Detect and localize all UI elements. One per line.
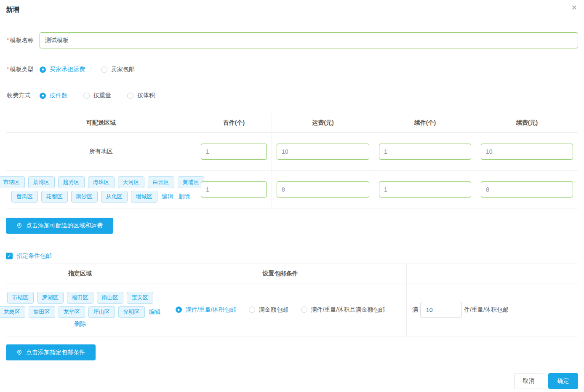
location-pin-icon	[16, 349, 22, 355]
tag-line: 番禺区 花都区 南沙区 从化区 增城区 编辑 删除	[10, 191, 193, 203]
radio-qty-and-amount-free[interactable]: 满件/重量/体积且满金额包邮	[301, 306, 385, 314]
close-icon[interactable]: ✕	[571, 4, 577, 11]
radio-seller-free-shipping[interactable]: 卖家包邮	[101, 66, 135, 73]
column-header-condition: 设置包邮条件	[154, 264, 407, 283]
threshold-suffix: 件/重量/体积包邮	[464, 306, 509, 314]
column-header-region: 可配送区域	[6, 113, 196, 132]
fee-cell	[272, 133, 374, 170]
free-shipping-condition-table: 指定区域 设置包邮条件 市辖区 罗湖区 福田区 南山区 宝安区 龙岗区 盐田区 …	[6, 264, 578, 336]
add-template-dialog: 新增 ✕ *模板名称 *模板类型 买家承担运费 卖家包邮 收费方式 按件数	[0, 0, 584, 392]
shipping-fee-table: 可配送区域 首件(个) 运费(元) 续件(个) 续费(元) 所有地区	[6, 113, 578, 208]
region-tag: 罗湖区	[37, 292, 64, 304]
delete-link[interactable]: 删除	[74, 320, 86, 328]
column-header-specified-region: 指定区域	[6, 264, 154, 283]
region-tag: 龙岗区	[0, 306, 25, 318]
region-tag: 市辖区	[7, 292, 34, 304]
region-tag: 盐田区	[29, 306, 55, 318]
region-tag: 白云区	[148, 176, 174, 188]
radio-by-volume[interactable]: 按体积	[127, 92, 155, 99]
next-qty-input[interactable]	[379, 181, 471, 197]
first-qty-cell	[196, 133, 272, 170]
confirm-button[interactable]: 确定	[548, 373, 578, 389]
radio-icon	[301, 307, 307, 313]
column-header-first-qty: 首件(个)	[196, 113, 272, 132]
region-tag: 番禺区	[11, 191, 38, 203]
region-tags-cell: 市辖区 荔湾区 越秀区 海珠区 天河区 白云区 黄埔区 番禺区 花都区 南沙区 …	[6, 171, 196, 208]
region-tag: 宝安区	[127, 292, 153, 304]
radio-icon	[101, 67, 107, 73]
radio-qty-weight-volume-free[interactable]: 满件/重量/体积包邮	[176, 306, 236, 314]
add-condition-button-label: 点击添加指定包邮条件	[26, 349, 85, 356]
radio-label: 满件/重量/体积包邮	[186, 306, 236, 314]
add-region-button[interactable]: 点击添加可配送的区域和运费	[6, 218, 113, 234]
template-name-label: *模板名称	[7, 37, 40, 44]
tag-line: 市辖区 荔湾区 越秀区 海珠区 天河区 白云区 黄埔区	[0, 176, 206, 188]
fee-input[interactable]	[277, 144, 369, 160]
condition-options-cell: 满件/重量/体积包邮 满金额包邮 满件/重量/体积且满金额包邮	[154, 283, 407, 336]
checkbox-checked-icon[interactable]: ✓	[6, 253, 13, 259]
radio-label: 卖家包邮	[111, 66, 135, 73]
region-tag: 从化区	[101, 191, 128, 203]
next-fee-input[interactable]	[481, 144, 573, 160]
next-qty-cell	[374, 171, 476, 208]
shipping-table-header: 可配送区域 首件(个) 运费(元) 续件(个) 续费(元)	[6, 113, 578, 132]
radio-label: 买家承担运费	[50, 66, 85, 73]
charge-method-label-text: 收费方式	[7, 92, 30, 99]
next-fee-input[interactable]	[481, 181, 573, 197]
fee-input[interactable]	[277, 181, 369, 197]
radio-icon	[40, 67, 46, 73]
fee-cell	[272, 171, 374, 208]
region-tag: 南沙区	[71, 191, 98, 203]
region-tag: 福田区	[67, 292, 93, 304]
radio-label: 满金额包邮	[259, 306, 288, 314]
dialog-footer: 取消 确定	[514, 373, 578, 389]
column-header-next-fee: 续费(元)	[476, 113, 578, 132]
region-tag: 光明区	[118, 306, 145, 318]
next-fee-cell	[476, 133, 578, 170]
condition-options: 满件/重量/体积包邮 满金额包邮 满件/重量/体积且满金额包邮	[176, 306, 385, 314]
dialog-title: 新增	[6, 5, 578, 14]
radio-label: 满件/重量/体积且满金额包邮	[311, 306, 385, 314]
edit-link[interactable]: 编辑	[162, 193, 173, 200]
radio-buyer-pays-shipping[interactable]: 买家承担运费	[40, 66, 85, 73]
first-qty-cell	[196, 171, 272, 208]
add-condition-button[interactable]: 点击添加指定包邮条件	[6, 344, 96, 360]
first-qty-input[interactable]	[201, 144, 267, 160]
checkbox-label: 指定条件包邮	[16, 252, 52, 260]
template-name-input[interactable]	[40, 32, 578, 48]
radio-icon	[40, 93, 46, 99]
required-asterisk: *	[7, 37, 9, 43]
radio-label: 按重量	[93, 92, 111, 99]
tag-line: 龙岗区 盐田区 龙华区 坪山区 光明区 编辑	[0, 306, 163, 318]
radio-by-weight[interactable]: 按重量	[83, 92, 111, 99]
add-region-button-label: 点击添加可配送的区域和运费	[26, 222, 103, 229]
column-header-fee: 运费(元)	[272, 113, 374, 132]
location-pin-icon	[16, 223, 22, 229]
region-tag: 海珠区	[88, 176, 115, 188]
first-qty-input[interactable]	[201, 181, 267, 197]
cancel-button[interactable]: 取消	[514, 373, 543, 389]
region-tag: 花都区	[41, 191, 68, 203]
table-row-all-regions: 所有地区	[6, 132, 578, 170]
next-qty-cell	[374, 133, 476, 170]
conditional-free-shipping-checkbox[interactable]: ✓ 指定条件包邮	[6, 252, 578, 260]
column-header-next-qty: 续件(个)	[374, 113, 476, 132]
radio-label: 按体积	[137, 92, 155, 99]
region-tag: 越秀区	[58, 176, 85, 188]
column-header-empty	[407, 264, 578, 283]
radio-by-quantity[interactable]: 按件数	[40, 92, 67, 99]
region-tag: 荔湾区	[28, 176, 55, 188]
region-tag: 天河区	[118, 176, 144, 188]
charge-method-row: 收费方式 按件数 按重量 按体积	[7, 92, 578, 99]
delete-link[interactable]: 删除	[179, 193, 190, 200]
radio-label: 按件数	[50, 92, 67, 99]
radio-amount-free[interactable]: 满金额包邮	[249, 306, 288, 314]
next-qty-input[interactable]	[379, 144, 471, 160]
template-type-options: 买家承担运费 卖家包邮	[40, 66, 151, 73]
threshold-input[interactable]	[420, 302, 462, 318]
specified-region-tags-cell: 市辖区 罗湖区 福田区 南山区 宝安区 龙岗区 盐田区 龙华区 坪山区 光明区 …	[6, 283, 154, 336]
region-cell: 所有地区	[6, 133, 196, 170]
next-fee-cell	[476, 171, 578, 208]
threshold-prefix: 满	[412, 306, 418, 314]
region-tag: 龙华区	[59, 306, 85, 318]
